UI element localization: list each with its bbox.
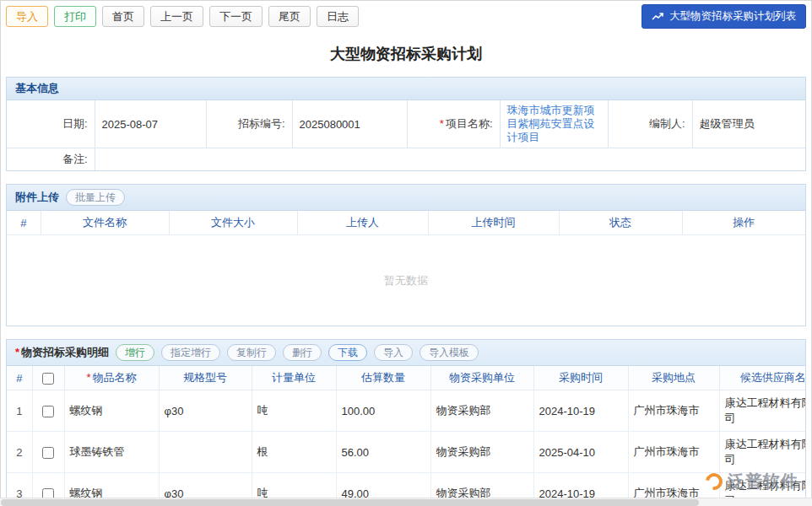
compiler-label: 编制人: — [608, 100, 692, 148]
col-dept: 物资采购单位 — [430, 366, 533, 390]
project-required-mark: * — [440, 117, 444, 130]
details-required-mark: * — [15, 346, 19, 358]
time-cell[interactable]: 2025-04-10 — [533, 432, 628, 473]
import-button[interactable]: 导入 — [6, 6, 48, 27]
basic-info-header: 基本信息 — [7, 78, 805, 100]
bid-no-label: 招标编号: — [206, 100, 292, 148]
page: { "toolbar": { "import_label": "导入", "pr… — [0, 0, 812, 506]
project-link[interactable]: 珠海市城市更新项目紫桐苑安置点设计项目 — [507, 104, 601, 144]
import-template-button[interactable]: 导入模板 — [420, 344, 479, 361]
copy-row-button[interactable]: 复制行 — [227, 344, 276, 361]
details-section: *物资招标采购明细 增行 指定增行 复制行 删行 下载 导入 导入模板 # *物… — [6, 339, 806, 506]
col-qty: 估算数量 — [336, 366, 430, 390]
details-table-wrap: # *物品名称 规格型号 计量单位 估算数量 物资采购单位 采购时间 采购地点 … — [7, 366, 805, 506]
row-select-cell — [32, 432, 64, 473]
supplier-cell[interactable]: 康达工程材料有限公司 — [719, 390, 805, 432]
attachments-section: 附件上传 批量上传 # 文件名称 文件大小 上传人 上传时间 状态 操作 暂无数… — [6, 184, 806, 326]
basic-info-form: 日期: 2025-08-07 招标编号: 2025080001 *项目名称: 珠… — [7, 100, 805, 170]
trend-line-icon — [652, 12, 664, 21]
attachments-empty-state: 暂无数据 — [7, 235, 805, 326]
time-cell[interactable]: 2024-10-19 — [533, 390, 628, 432]
basic-info-section: 基本信息 日期: 2025-08-07 招标编号: 2025080001 *项目… — [6, 77, 806, 171]
col-supplier: 候选供应商名称 — [719, 366, 805, 390]
plan-list-button[interactable]: 大型物资招标采购计划列表 — [641, 4, 806, 29]
attachments-title: 附件上传 — [15, 191, 59, 204]
date-field[interactable]: 2025-08-07 — [95, 100, 206, 148]
col-spec: 规格型号 — [159, 366, 252, 390]
basic-info-title: 基本信息 — [15, 82, 59, 95]
col-upload-time: 上传时间 — [428, 211, 559, 235]
attachments-header: 附件上传 批量上传 — [7, 185, 805, 211]
dept-cell[interactable]: 物资采购部 — [430, 390, 533, 432]
dept-cell[interactable]: 物资采购部 — [430, 432, 533, 473]
spec-cell[interactable] — [159, 432, 252, 473]
add-row-button[interactable]: 增行 — [116, 344, 154, 361]
details-header-row: # *物品名称 规格型号 计量单位 估算数量 物资采购单位 采购时间 采购地点 … — [7, 366, 805, 390]
project-label: *项目名称: — [407, 100, 500, 148]
select-all-checkbox[interactable] — [42, 373, 54, 385]
col-uploader: 上传人 — [297, 211, 428, 235]
compiler-field: 超级管理员 — [692, 100, 805, 148]
horizontal-scrollbar[interactable] — [0, 498, 812, 506]
col-operation: 操作 — [682, 211, 805, 235]
col-detail-index: # — [7, 366, 32, 390]
item-name-cell[interactable]: 球墨铸铁管 — [64, 432, 159, 473]
table-row: 1 螺纹钢 φ30 吨 100.00 物资采购部 2024-10-19 广州市珠… — [7, 390, 805, 432]
first-page-button[interactable]: 首页 — [102, 6, 144, 27]
row-select-checkbox[interactable] — [42, 406, 54, 417]
print-button[interactable]: 打印 — [54, 6, 96, 27]
plan-list-button-label: 大型物资招标采购计划列表 — [669, 9, 796, 24]
row-select-cell — [32, 390, 64, 432]
next-page-button[interactable]: 下一页 — [209, 6, 263, 27]
place-cell[interactable]: 广州市珠海市 — [628, 432, 719, 473]
details-header: *物资招标采购明细 增行 指定增行 复制行 删行 下载 导入 导入模板 — [7, 340, 805, 366]
batch-upload-button[interactable]: 批量上传 — [66, 189, 125, 206]
delete-row-button[interactable]: 删行 — [283, 344, 322, 361]
item-name-cell[interactable]: 螺纹钢 — [64, 390, 159, 432]
col-item-name: *物品名称 — [64, 366, 159, 390]
supplier-cell[interactable]: 康达工程材料有限公司 — [719, 432, 805, 473]
details-title: *物资招标采购明细 — [15, 346, 109, 359]
remark-label: 备注: — [7, 148, 95, 171]
last-page-button[interactable]: 尾页 — [268, 6, 311, 27]
col-unit: 计量单位 — [252, 366, 336, 390]
unit-cell[interactable]: 根 — [252, 432, 336, 473]
row-index: 1 — [7, 390, 32, 432]
scrollbar-thumb[interactable] — [1, 499, 699, 506]
project-field: 珠海市城市更新项目紫桐苑安置点设计项目 — [500, 100, 608, 148]
col-file-name: 文件名称 — [41, 211, 169, 235]
col-attach-index: # — [7, 211, 41, 235]
spec-cell[interactable]: φ30 — [159, 390, 252, 432]
detail-import-button[interactable]: 导入 — [374, 344, 413, 361]
row-index: 2 — [7, 432, 32, 473]
col-file-size: 文件大小 — [169, 211, 297, 235]
col-select-all — [32, 366, 64, 390]
bid-no-field[interactable]: 2025080001 — [292, 100, 407, 148]
page-title: 大型物资招标采购计划 — [0, 44, 812, 64]
table-row: 2 球墨铸铁管 根 56.00 物资采购部 2025-04-10 广州市珠海市 … — [7, 432, 805, 473]
date-label: 日期: — [7, 100, 95, 148]
remark-field[interactable] — [95, 148, 805, 171]
prev-page-button[interactable]: 上一页 — [150, 6, 203, 27]
qty-cell[interactable]: 56.00 — [336, 432, 430, 473]
attachments-table: # 文件名称 文件大小 上传人 上传时间 状态 操作 — [7, 211, 805, 235]
unit-cell[interactable]: 吨 — [252, 390, 336, 432]
download-button[interactable]: 下载 — [328, 344, 367, 361]
row-select-checkbox[interactable] — [42, 447, 54, 459]
col-status: 状态 — [559, 211, 682, 235]
insert-row-button[interactable]: 指定增行 — [161, 344, 220, 361]
qty-cell[interactable]: 100.00 — [336, 390, 430, 432]
place-cell[interactable]: 广州市珠海市 — [628, 390, 719, 432]
col-time: 采购时间 — [533, 366, 628, 390]
col-place: 采购地点 — [628, 366, 719, 390]
log-button[interactable]: 日志 — [317, 6, 359, 27]
details-table: # *物品名称 规格型号 计量单位 估算数量 物资采购单位 采购时间 采购地点 … — [7, 366, 805, 506]
attachments-header-row: # 文件名称 文件大小 上传人 上传时间 状态 操作 — [7, 211, 805, 235]
top-toolbar: 导入 打印 首页 上一页 下一页 尾页 日志 大型物资招标采购计划列表 — [0, 0, 812, 33]
